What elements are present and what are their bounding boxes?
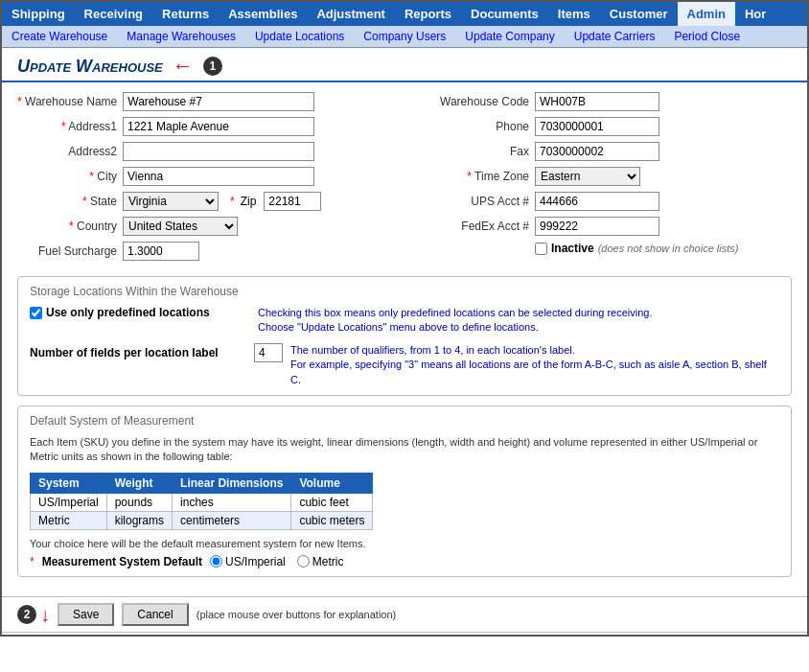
measurement-radio-group: US/Imperial Metric	[210, 555, 343, 568]
fields-label: Number of fields per location label	[30, 346, 250, 359]
storage-section-title: Storage Locations Within the Warehouse	[30, 285, 779, 298]
subnav-period-close[interactable]: Period Close	[664, 26, 750, 47]
inactive-row: Inactive (does not show in choice lists)	[535, 242, 792, 255]
table-row: Metric kilograms centimeters cubic meter…	[31, 511, 373, 529]
subnav-update-carriers[interactable]: Update Carriers	[565, 26, 665, 47]
nav-admin[interactable]: Admin	[678, 2, 735, 26]
col-system: System	[31, 473, 107, 493]
fuel-surcharge-row: Fuel Surcharge	[17, 242, 420, 261]
fields-per-location-input[interactable]	[254, 343, 283, 362]
measurement-intro: Each Item (SKU) you define in the system…	[30, 435, 779, 465]
fedex-acct-row: FedEx Acct #	[439, 217, 792, 236]
cell-us-system: US/Imperial	[31, 493, 107, 511]
storage-section: Storage Locations Within the Warehouse U…	[17, 276, 792, 396]
address1-row: * Address1	[17, 117, 420, 136]
col-volume: Volume	[291, 473, 373, 493]
predefined-checkbox[interactable]	[30, 307, 42, 319]
state-select[interactable]: Virginia Other	[123, 192, 219, 211]
required-star: *	[17, 95, 22, 108]
country-select[interactable]: United States Canada	[123, 217, 238, 236]
subnav-create-warehouse[interactable]: Create Warehouse	[2, 26, 117, 47]
inactive-label: Inactive	[551, 242, 594, 255]
city-label: * City	[17, 170, 123, 183]
warehouse-name-row: * Warehouse Name	[17, 92, 420, 111]
form-section: * Warehouse Name * Address1 Address2 *	[17, 92, 792, 266]
warehouse-code-input[interactable]	[535, 92, 659, 111]
fuel-surcharge-label: Fuel Surcharge	[17, 244, 123, 258]
address1-input[interactable]	[123, 117, 314, 136]
subnav-company-users[interactable]: Company Users	[354, 26, 455, 47]
nav-assemblies[interactable]: Assemblies	[219, 2, 307, 26]
radio-us-imperial[interactable]: US/Imperial	[210, 555, 286, 568]
state-zip-row: * State Virginia Other * Zip	[17, 192, 420, 211]
subnav-manage-warehouses[interactable]: Manage Warehouses	[117, 26, 245, 47]
timezone-select[interactable]: Eastern Central Mountain Pacific	[535, 167, 640, 186]
button-note: (place mouse over buttons for explanatio…	[196, 609, 397, 620]
nav-returns[interactable]: Returns	[152, 2, 219, 26]
nav-customer[interactable]: Customer	[600, 2, 678, 26]
ups-acct-input[interactable]	[535, 192, 659, 211]
fields-input-group: Number of fields per location label	[30, 343, 283, 362]
address2-row: Address2	[17, 142, 420, 161]
cancel-button[interactable]: Cancel	[122, 603, 188, 626]
table-row: US/Imperial pounds inches cubic feet	[31, 493, 373, 511]
fax-input[interactable]	[535, 142, 659, 161]
zip-input[interactable]	[264, 192, 321, 211]
address2-input[interactable]	[123, 142, 314, 161]
radio-metric[interactable]: Metric	[297, 555, 344, 568]
radio-metric-input[interactable]	[297, 555, 310, 568]
country-row: * Country United States Canada	[17, 217, 420, 236]
nav-reports[interactable]: Reports	[395, 2, 461, 26]
nav-shipping[interactable]: Shipping	[2, 2, 75, 26]
inactive-note: (does not show in choice lists)	[598, 243, 739, 254]
inactive-checkbox[interactable]	[535, 243, 547, 255]
subnav-update-locations[interactable]: Update Locations	[245, 26, 354, 47]
city-input[interactable]	[123, 167, 314, 186]
page-title-area: Update Warehouse ← 1	[2, 48, 807, 82]
address2-label: Address2	[17, 145, 123, 158]
top-nav: Shipping Receiving Returns Assemblies Ad…	[2, 2, 807, 26]
radio-us-imperial-label: US/Imperial	[225, 555, 286, 568]
save-button[interactable]: Save	[58, 603, 114, 626]
ups-acct-label: UPS Acct #	[439, 195, 535, 208]
sub-nav: Create Warehouse Manage Warehouses Updat…	[2, 26, 807, 48]
fields-row: Number of fields per location label The …	[30, 343, 779, 387]
button-row: 2 ↓ Save Cancel (place mouse over button…	[2, 596, 807, 632]
predefined-checkbox-group: Use only predefined locations	[30, 306, 250, 319]
subnav-update-company[interactable]: Update Company	[455, 26, 564, 47]
predefined-note: Checking this box means only predefined …	[258, 306, 779, 336]
ups-acct-row: UPS Acct #	[439, 192, 792, 211]
nav-adjustment[interactable]: Adjustment	[307, 2, 395, 26]
fedex-acct-input[interactable]	[535, 217, 659, 236]
country-label: * Country	[17, 220, 123, 233]
nav-more[interactable]: Hor	[735, 2, 775, 26]
nav-items[interactable]: Items	[548, 2, 600, 26]
radio-metric-label: Metric	[312, 555, 344, 568]
cell-us-weight: pounds	[106, 493, 172, 511]
cell-metric-volume: cubic meters	[291, 511, 373, 529]
fedex-acct-label: FedEx Acct #	[439, 220, 535, 233]
predefined-row: Use only predefined locations Checking t…	[30, 306, 779, 336]
nav-receiving[interactable]: Receiving	[75, 2, 152, 26]
warehouse-code-row: Warehouse Code	[439, 92, 792, 111]
zip-required-star: *	[230, 195, 235, 208]
col-linear: Linear Dimensions	[173, 473, 291, 493]
cell-metric-weight: kilograms	[106, 511, 172, 529]
nav-documents[interactable]: Documents	[461, 2, 548, 26]
warehouse-code-label: Warehouse Code	[439, 95, 535, 108]
title-arrow-icon: ←	[173, 56, 194, 77]
form-left: * Warehouse Name * Address1 Address2 *	[17, 92, 420, 266]
phone-input[interactable]	[535, 117, 659, 136]
measurement-section: Default System of Measurement Each Item …	[17, 406, 792, 577]
radio-us-imperial-input[interactable]	[210, 555, 222, 568]
measurement-section-title: Default System of Measurement	[30, 414, 779, 428]
fields-note: The number of qualifiers, from 1 to 4, i…	[290, 343, 779, 387]
fax-label: Fax	[439, 145, 535, 158]
meas-required-star: *	[30, 555, 35, 568]
predefined-label: Use only predefined locations	[46, 306, 210, 319]
cell-us-linear: inches	[173, 493, 291, 511]
fuel-surcharge-input[interactable]	[123, 242, 199, 261]
fax-row: Fax	[439, 142, 792, 161]
warehouse-name-input[interactable]	[123, 92, 314, 111]
badge2-group: 2 ↓	[17, 605, 50, 624]
